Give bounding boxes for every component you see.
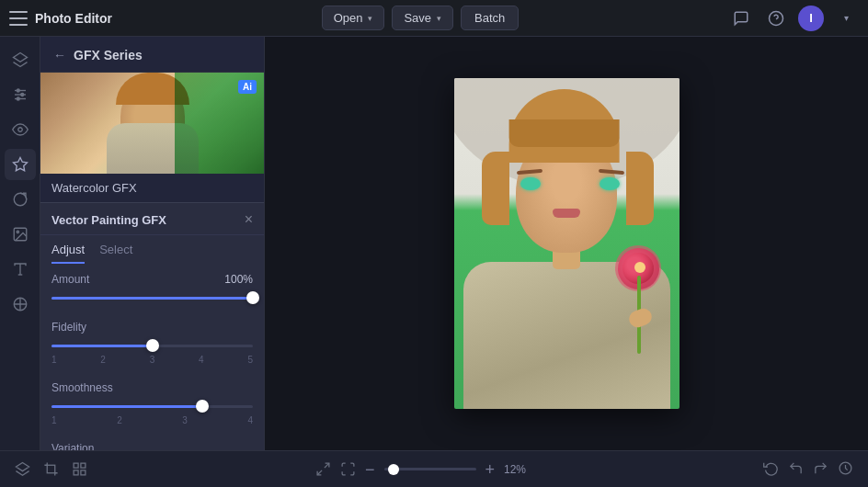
canvas-content [265,37,868,450]
amount-slider-row: Amount 100% [51,273,253,304]
amount-slider[interactable] [51,291,253,304]
avatar[interactable]: I [798,6,824,31]
undo-icon[interactable] [788,460,804,479]
amount-value: 100% [224,273,253,286]
panel-header: ← GFX Series [40,37,264,73]
fidelity-tick-2: 2 [100,355,106,365]
image-icon[interactable] [5,219,36,250]
svg-rect-21 [81,470,86,475]
fidelity-slider-row: Fidelity 1 2 3 4 [51,321,253,365]
crop-bottom-icon[interactable] [43,461,59,477]
fidelity-tick-5: 5 [247,355,253,365]
save-chevron-icon: ▾ [437,14,441,23]
canvas-area [265,37,868,450]
svg-point-6 [17,89,19,92]
svg-point-8 [17,97,19,100]
help-icon[interactable] [763,6,789,31]
svg-marker-2 [13,53,27,62]
svg-point-9 [17,128,22,132]
chat-icon[interactable] [728,6,754,31]
svg-marker-16 [16,462,29,470]
panel-content: Ai Watercolor GFX Vector Painting GFX × … [40,73,264,450]
smoothness-tick-2: 2 [117,415,122,425]
smoothness-slider[interactable] [51,400,253,413]
topbar-right: I ▾ [728,6,859,31]
save-button[interactable]: Save ▾ [392,6,453,30]
main: ← GFX Series Ai Watercolor [0,37,868,450]
ai-badge: Ai [238,80,257,94]
icon-sidebar [0,37,40,450]
zoom-value: 12% [504,463,535,476]
svg-line-22 [325,463,329,468]
fidelity-tick-3: 3 [150,355,155,365]
back-button[interactable]: ← [53,48,66,62]
tab-select[interactable]: Select [99,243,132,264]
open-chevron-icon: ▾ [368,14,372,23]
variation-slider-row: Variation 1 2 3 4 [51,442,253,450]
text-icon[interactable] [5,254,36,285]
effects-icon[interactable] [5,149,36,180]
topbar-left: Photo Editor [9,11,112,26]
watercolor-effect-card[interactable]: Ai Watercolor GFX [40,73,264,202]
fidelity-slider[interactable] [51,339,253,352]
batch-button[interactable]: Batch [461,6,519,30]
bottombar: − + 12% [0,450,868,487]
smoothness-label: Smoothness [51,381,113,394]
photo-canvas [454,78,680,409]
svg-rect-17 [47,465,55,473]
smoothness-slider-row: Smoothness 1 2 3 4 [51,381,253,425]
topbar-center: Open ▾ Save ▾ Batch [123,6,717,30]
fidelity-tick-1: 1 [51,355,57,365]
sliders-area: Amount 100% Fidelity [40,264,264,450]
fidelity-label: Fidelity [51,321,86,334]
watercolor-label: Watercolor GFX [51,181,137,195]
watercolor-label-row: Watercolor GFX [40,174,264,202]
crop2-icon[interactable] [340,461,356,477]
panel: ← GFX Series Ai Watercolor [40,37,265,450]
layers-icon[interactable] [5,44,36,75]
svg-rect-20 [74,470,78,475]
bottombar-left [15,461,87,477]
grid-bottom-icon[interactable] [72,461,87,477]
app-title: Photo Editor [35,11,112,26]
zoom-in-button[interactable]: + [485,461,496,478]
eye-icon[interactable] [5,114,36,145]
svg-line-23 [317,470,322,475]
adjust-icon[interactable] [5,79,36,110]
menu-icon[interactable] [9,11,28,26]
svg-rect-18 [74,463,78,468]
open-button[interactable]: Open ▾ [322,6,385,30]
history-icon[interactable] [838,460,853,479]
close-effect-button[interactable]: × [245,212,253,227]
bottombar-right [763,460,853,479]
rotate-icon[interactable] [5,184,36,215]
fidelity-tick-4: 4 [199,355,204,365]
amount-label: Amount [51,273,89,286]
smoothness-tick-4: 4 [247,415,253,425]
bottombar-center: − + 12% [315,461,535,478]
zoom-out-button[interactable]: − [365,461,375,478]
vector-painting-effect: Vector Painting GFX × Adjust Select [40,202,264,450]
more-icon[interactable]: ▾ [833,6,859,31]
redo-icon[interactable] [813,460,828,479]
tab-adjust[interactable]: Adjust [51,243,85,264]
active-effect-title: Vector Painting GFX [51,213,166,227]
fit-icon[interactable] [315,461,331,477]
variation-label: Variation [51,442,94,450]
layers-bottom-icon[interactable] [15,461,30,477]
zoom-slider[interactable] [384,468,476,470]
smoothness-tick-1: 1 [51,415,57,425]
topbar: Photo Editor Open ▾ Save ▾ Batch I ▾ [0,0,868,37]
adjust-select-tabs: Adjust Select [40,235,264,264]
shapes-icon[interactable] [5,289,36,320]
svg-rect-19 [81,463,86,468]
refresh-icon[interactable] [763,460,779,479]
svg-point-7 [20,94,23,96]
active-effect-header: Vector Painting GFX × [40,203,264,235]
panel-title: GFX Series [74,48,143,62]
smoothness-tick-3: 3 [182,415,188,425]
svg-point-12 [17,231,18,232]
